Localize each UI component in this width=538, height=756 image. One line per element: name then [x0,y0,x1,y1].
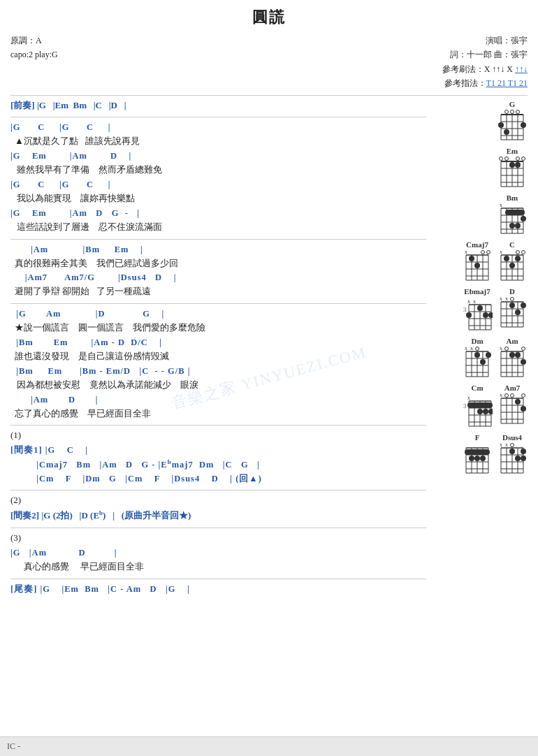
svg-point-61 [474,263,480,268]
chord-c-diagram: x [497,249,528,284]
divider-1 [10,117,426,117]
section-bridge1: |Am |Bm Em | 真的很難兩全其美 我們已經試過多少回 |Am7 Am7… [10,242,426,300]
divider-3 [10,303,426,304]
s2-c1: [間奏2] |G (2拍) |D (Eb) | (原曲升半音回★) [10,508,426,523]
svg-text:x: x [500,296,502,302]
chord-group-cmaj7-c: Cmaj7 x [462,240,528,284]
svg-point-31 [515,162,521,168]
content-area: [前奏] |G |Em Bm |C |D | |G C |G C | ▲沉默是久… [10,99,528,600]
ch-l2: 誰也還沒發現 是自己讓這份感情毀滅 [15,349,426,364]
svg-point-11 [511,110,514,113]
b1-c1: |Am |Bm Em | [10,242,426,256]
chord-f: F [462,433,493,477]
svg-text:x: x [467,298,470,305]
singer: 演唱：張宇 [442,34,528,48]
chord-group-ebmaj7-d: Ebmaj7 3 x x [462,287,528,334]
original-key: 原調：A [10,34,58,48]
s1-c2: |Cmaj7 Bm |Am D G - |Ebmaj7 Dm |C G | [10,457,426,472]
svg-text:x: x [465,346,467,351]
svg-point-60 [469,256,474,261]
label-1: (1) [10,428,426,443]
svg-point-26 [500,157,503,160]
chord-group-f-dsus4: F [462,433,528,477]
bottom-bar-text: IC - [7,741,20,752]
svg-text:x: x [500,203,502,208]
divider-6 [10,528,426,528]
svg-point-187 [474,456,480,461]
svg-point-74 [522,250,525,254]
v1-c4: |G Em |Am D G - | [10,206,426,220]
ch-l4: 忘了真心的感覺 早已經面目全非 [15,407,426,421]
svg-point-205 [521,456,526,461]
svg-point-140 [509,352,515,358]
chord-am: Am x [497,337,528,381]
label-3: (3) [10,531,426,546]
page: 圓謊 原調：A capo:2 play:G 演唱：張宇 詞：十一郎 曲：張宇 參… [0,0,538,756]
svg-text:3: 3 [463,306,467,313]
chord-cmaj7: Cmaj7 x [462,240,493,284]
divider-4 [10,425,426,426]
section-1: (1) [間奏1] |G C | |Cmaj7 Bm |Am D G - |Eb… [10,428,426,486]
svg-text:x: x [500,346,502,351]
svg-point-45 [515,223,521,228]
svg-text:3: 3 [463,402,467,409]
divider-7 [10,579,426,579]
section-2: (2) [間奏2] |G (2拍) |D (Eb) | (原曲升半音回★) [10,493,426,523]
chord-g: G [497,100,528,144]
svg-point-141 [515,352,521,358]
svg-point-156 [477,409,483,414]
lyrics-area: [前奏] |G |Em Bm |C |D | |G C |G C | ▲沉默是久… [10,99,433,600]
svg-point-76 [509,263,515,268]
chord-d: D x x [497,287,528,334]
s1-c1: [間奏1] |G C | [10,443,426,457]
chord-group-bm: Bm x [497,194,528,238]
chord-group-cm-am7: Cm 3 x [462,384,528,430]
svg-point-10 [505,110,509,113]
svg-point-108 [515,310,521,315]
svg-point-59 [487,250,490,254]
s1-c3: |Cm F |Dm G |Cm F |Dsus4 D | (回▲) [10,472,426,486]
chord-group-em: Em [497,147,528,191]
header-left: 原調：A capo:2 play:G [10,34,58,62]
svg-point-139 [522,347,525,350]
v1-l1: ▲沉默是久了點 誰該先說再見 [15,134,426,149]
svg-point-126 [474,352,480,358]
outro-c1: [尾奏] |G |Em Bm |C - Am D |G | [10,582,426,596]
svg-point-29 [522,157,525,160]
chord-c: C x [497,240,528,284]
svg-point-142 [521,359,526,365]
svg-point-186 [469,456,474,461]
svg-point-188 [480,456,486,461]
section-chorus: |G Am |D G | ★說一個謊言 圓一個謊言 我們愛的多麼危險 |Bm E… [10,307,426,421]
ch-c1: |G Am |D G | [10,307,426,321]
svg-point-123 [476,347,479,350]
ch-c2: |Bm Em |Am - D D/C | [10,335,426,349]
v1-l2: 雖然我早有了準備 然而矛盾總難免 [15,163,426,177]
ch-c3: |Bm Em |Bm - Em/D |C - - G/B | [10,364,426,378]
svg-point-124 [480,359,486,365]
chord-am7: Am7 x [497,384,528,430]
svg-point-204 [509,449,515,454]
chord-group-dm-am: Dm x x [462,337,528,381]
svg-point-107 [511,297,514,300]
ch-l1: ★說一個謊言 圓一個謊言 我們愛的多麼危險 [15,321,426,335]
svg-point-110 [509,303,515,308]
pick-ref: 參考指法：T1 21 T1 21 [442,76,528,90]
header-right: 演唱：張宇 詞：十一郎 曲：張宇 參考刷法：X ↑↑↓ X ↑↑↓ 參考指法：T… [442,34,528,91]
svg-point-92 [483,312,488,318]
label-2: (2) [10,493,426,508]
svg-point-109 [521,303,526,308]
svg-point-203 [521,449,526,454]
svg-point-14 [521,122,526,128]
svg-point-158 [488,409,493,414]
svg-text:x: x [500,442,502,448]
ch-l3: 因為都想被安慰 竟然以為承諾能減少 眼淚 [15,378,426,393]
svg-rect-185 [465,449,490,455]
v1-l3: 我以為能實現 讓妳再快樂點 [15,191,426,206]
svg-text:x: x [505,296,508,302]
song-title: 圓謊 [10,7,528,28]
svg-point-77 [515,256,521,261]
bottom-bar: IC - [0,736,538,756]
chord-bm-diagram: x [497,203,528,238]
svg-point-173 [515,399,521,405]
